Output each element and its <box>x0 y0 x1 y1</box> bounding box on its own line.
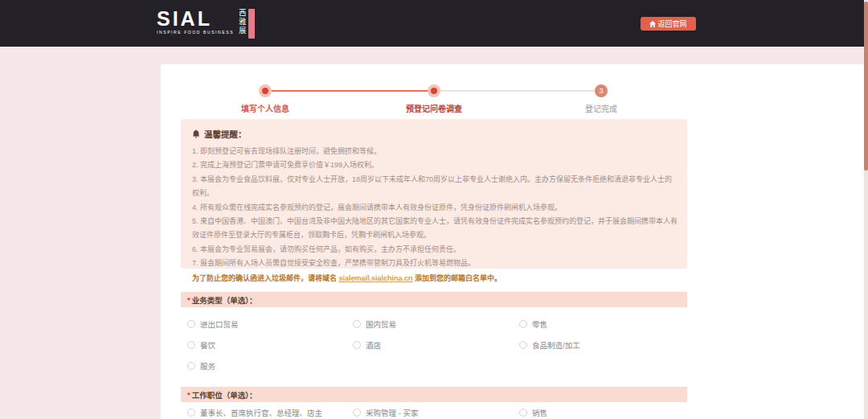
radio-icon <box>353 341 361 349</box>
required-asterisk: * <box>187 390 190 399</box>
stepper-connector-pending <box>440 90 601 92</box>
notice-footer-prefix: 为了防止您的确认函进入垃圾邮件，请将域名 <box>192 274 339 282</box>
logo-pink-tag <box>248 9 255 39</box>
radio-option-food-manufacturing[interactable]: 食品制造/加工 <box>519 338 686 351</box>
logo-tagline: INSPIRE FOOD BUSINESS <box>157 30 234 35</box>
radio-option-catering[interactable]: 餐饮 <box>187 338 353 351</box>
registration-card: 填写个人信息 预登记问卷调查 3 登记完成 温馨提醒： 1. 即刻预登记可省去现… <box>161 64 864 419</box>
radio-label: 餐饮 <box>200 339 215 351</box>
step1-label: 填写个人信息 <box>241 102 289 114</box>
section-business-type-header: * 业务类型（单选）： <box>181 292 687 307</box>
stepper-connector-done <box>272 90 434 92</box>
required-asterisk: * <box>187 295 190 304</box>
radio-icon <box>187 341 195 349</box>
section-job-position-header: * 工作职位（单选）： <box>181 387 687 402</box>
home-icon <box>649 21 656 27</box>
radio-label: 国内贸易 <box>366 318 396 330</box>
radio-option-service[interactable]: 服务 <box>187 359 353 372</box>
radio-label: 食品制造/加工 <box>532 339 580 351</box>
radio-option-retail[interactable]: 零售 <box>519 317 686 331</box>
radio-label: 服务 <box>200 360 215 372</box>
radio-label: 酒店 <box>366 339 381 351</box>
notice-item-1: 1. 即刻预登记可省去现场排队注册时间，避免拥挤和等候。 <box>192 145 679 158</box>
radio-option-purchasing-buyer[interactable]: 采购管理 - 买家 <box>353 405 519 419</box>
section-job-position-title: 工作职位（单选）： <box>192 389 257 401</box>
back-button-label: 返回官网 <box>657 18 686 29</box>
logo-brand-text: SIAL <box>157 9 234 28</box>
radio-icon <box>519 409 527 417</box>
radio-option-import-export[interactable]: 进出口贸易 <box>187 317 353 331</box>
radio-icon <box>519 320 527 328</box>
scrollbar-track[interactable] <box>864 0 868 419</box>
radio-label: 采购管理 - 买家 <box>366 407 418 418</box>
step3-label: 登记完成 <box>585 102 617 114</box>
step3-number: 3 <box>599 87 603 95</box>
notice-item-3: 3. 本展会为专业食品饮料展，仅对专业人士开放，18周岁以下未成年人和70周岁以… <box>192 173 679 201</box>
bell-icon <box>192 129 200 138</box>
notice-item-6: 6. 本展会为专业贸易展会，请勿购买任何产品，如有购买，主办方不承担任何责任。 <box>192 243 679 257</box>
notice-item-2: 2. 完成上海预登记门票申请可免费享价值￥199入场权利。 <box>192 158 679 172</box>
back-to-official-site-button[interactable]: 返回官网 <box>641 17 696 31</box>
radio-icon <box>353 409 361 417</box>
radio-icon <box>519 341 527 349</box>
radio-label: 董事长、首席执行官、总经理、店主 <box>200 407 322 418</box>
notice-title-text: 温馨提醒： <box>204 128 247 140</box>
section-business-type-title: 业务类型（单选）： <box>192 294 257 306</box>
radio-icon <box>187 362 195 370</box>
whitelist-domain-link[interactable]: sialemail.sialchina.cn <box>339 274 413 282</box>
radio-icon <box>187 409 195 417</box>
business-type-options: 进出口贸易 国内贸易 零售 餐饮 酒店 食品制造/加工 服务 <box>187 317 686 372</box>
notice-box: 温馨提醒： 1. 即刻预登记可省去现场排队注册时间，避免拥挤和等候。 2. 完成… <box>181 119 687 269</box>
sial-logo: SIAL INSPIRE FOOD BUSINESS 西雅展 <box>157 9 255 39</box>
radio-icon <box>353 320 361 328</box>
notice-footer-suffix: 添加到您的邮箱白名单中。 <box>413 274 502 282</box>
notice-item-4: 4. 所有观众需在线完成实名参观预约的登记，展会期间请携带本人有效身份证原件，凭… <box>192 201 679 215</box>
scrollbar-thumb[interactable] <box>864 2 868 170</box>
notice-footer: 为了防止您的确认函进入垃圾邮件，请将域名 sialemail.sialchina… <box>192 272 679 285</box>
radio-label: 销售 <box>532 407 547 418</box>
notice-item-5: 5. 来自中国香港、中国澳门、中国台湾及非中国大陆地区的其它国家的专业人士，请凭… <box>192 215 679 243</box>
step2-dot <box>428 84 440 97</box>
notice-item-7: 7. 展会期间所有入场人员需自觉接受安全检查，严禁携带管制刀具及打火机等易燃物品… <box>192 257 679 270</box>
step1-dot <box>259 84 272 97</box>
radio-option-sales[interactable]: 销售 <box>519 405 686 419</box>
step2-label: 预登记问卷调查 <box>406 102 462 114</box>
top-header-bar: SIAL INSPIRE FOOD BUSINESS 西雅展 返回官网 <box>0 0 864 47</box>
job-position-options: 董事长、首席执行官、总经理、店主 采购管理 - 买家 销售 <box>187 405 686 419</box>
radio-label: 进出口贸易 <box>200 318 239 330</box>
radio-label: 零售 <box>532 318 547 330</box>
radio-option-hotel[interactable]: 酒店 <box>353 338 519 351</box>
radio-option-chairman-ceo[interactable]: 董事长、首席执行官、总经理、店主 <box>187 405 353 419</box>
radio-option-domestic-trade[interactable]: 国内贸易 <box>353 317 519 331</box>
step3-dot: 3 <box>595 84 608 97</box>
logo-chinese-text: 西雅展 <box>238 9 246 35</box>
radio-icon <box>187 320 195 328</box>
